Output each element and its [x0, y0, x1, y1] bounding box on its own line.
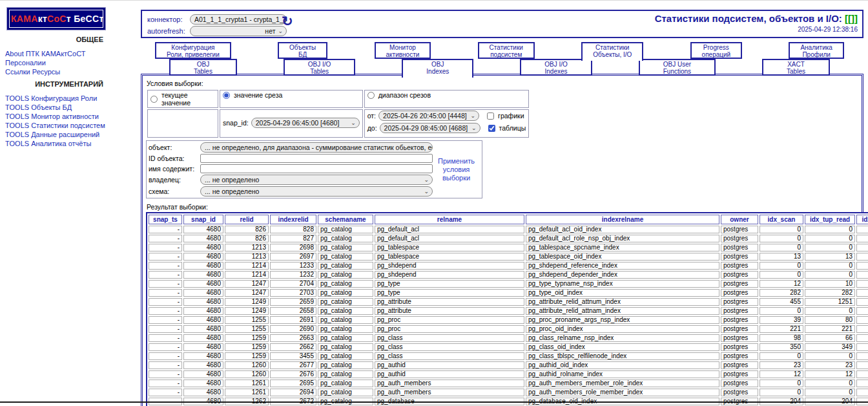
- snap-id-select[interactable]: 2025-04-29 06:45:00 [4680] ⌄: [251, 118, 360, 128]
- page-title-text: Статистики подсистем, объектов и I/O:: [655, 13, 842, 24]
- charts-checkbox-option[interactable]: графики: [487, 112, 524, 120]
- app-logo-text-part: кт: [38, 14, 47, 24]
- column-header-relname: relname: [375, 215, 524, 224]
- object-id-input[interactable]: [200, 154, 433, 163]
- table-cell: pg_tablespace: [375, 253, 524, 261]
- sidebar-link[interactable]: TOOLS Данные расширений: [5, 131, 138, 139]
- range-from-label: от:: [367, 112, 376, 120]
- radio-current-option[interactable]: текущее значение: [150, 91, 215, 107]
- radio-snapshot-option[interactable]: значение среза: [223, 91, 360, 99]
- tables-checkbox-option[interactable]: таблицы: [488, 124, 526, 132]
- table-cell: 2662: [270, 343, 316, 351]
- range-to-select[interactable]: 2025-04-29 08:45:00 [4688] ⌄: [380, 123, 480, 133]
- subtab-obj-i-o-tables[interactable]: OBJ I/OTables: [284, 59, 356, 76]
- radio-snapshot[interactable]: [223, 92, 230, 99]
- sidebar-link[interactable]: TOOLS Статистики подсистем: [5, 122, 138, 130]
- apply-filters-link[interactable]: Применить условия выборки: [433, 157, 480, 182]
- subtab-obj-i-o-indexes[interactable]: OBJ I/OIndexes: [520, 59, 592, 76]
- table-cell: 221: [856, 325, 868, 333]
- tab-progress-операций[interactable]: Progressопераций: [690, 42, 743, 59]
- sidebar-link[interactable]: TOOLS Объекты БД: [5, 103, 138, 112]
- object-select[interactable]: ... не определено, для диапазона - сумми…: [200, 142, 433, 153]
- table-cell: -: [149, 379, 182, 387]
- radio-range-option[interactable]: диапазон срезов: [367, 91, 526, 99]
- tables-checkbox[interactable]: [488, 125, 495, 132]
- table-cell: 1213: [225, 253, 269, 261]
- app-logo: КАМАктСоСт БеССт: [6, 7, 106, 30]
- table-cell: 1259: [225, 352, 269, 360]
- table-cell: postgres: [721, 316, 758, 324]
- subtab-obj-indexes[interactable]: OBJIndexes: [402, 59, 473, 78]
- table-cell: 0: [805, 244, 855, 251]
- subtab-obj-user-functions[interactable]: OBJ UserFunctions: [639, 59, 716, 76]
- tab-монитор-активности[interactable]: Мониторактивности: [375, 42, 431, 59]
- autorefresh-select[interactable]: нет ⌄: [190, 26, 287, 36]
- table-cell: 2659: [270, 298, 316, 306]
- table-cell: 80: [856, 316, 868, 324]
- column-header-indexrelid: indexrelid: [270, 215, 316, 224]
- sidebar-link[interactable]: Ссылки Ресурсы: [5, 68, 138, 76]
- table-cell: pg_catalog: [318, 316, 373, 324]
- table-cell: 1214: [225, 262, 269, 270]
- table-cell: 1247: [225, 289, 269, 297]
- table-cell: postgres: [721, 379, 758, 387]
- table-cell: 4680: [183, 235, 223, 242]
- object-id-label: ID объекта:: [149, 155, 200, 162]
- object-select-value: ... не определено, для диапазона - сумми…: [205, 144, 433, 151]
- table-cell: postgres: [721, 289, 758, 297]
- name-contains-input[interactable]: [200, 164, 433, 173]
- table-cell: 2697: [270, 253, 316, 261]
- table-cell: 0: [760, 379, 803, 387]
- filter-box-snapshots: текущее значение значение среза диапазон…: [146, 89, 530, 139]
- owner-select[interactable]: ... не определено ⌄: [200, 175, 433, 185]
- range-from-select[interactable]: 2025-04-26 20:45:00 [4448] ⌄: [378, 111, 479, 121]
- tab-объекты-бд[interactable]: ОбъектыБД: [278, 42, 327, 59]
- tab-статистики-объекты-i-o[interactable]: СтатистикиОбъекты, I/O: [581, 42, 643, 61]
- column-header-relid: relid: [225, 215, 269, 224]
- connector-select[interactable]: A01_1_1_crypta1 - crypta_1_1 ⌄: [190, 14, 287, 25]
- autorefresh-select-value: нет: [265, 27, 275, 35]
- table-cell: 2658: [270, 307, 316, 315]
- sidebar-link[interactable]: TOOLS Аналитика отчёты: [5, 140, 138, 148]
- table-cell: pg_tablespace_spcname_index: [526, 244, 719, 251]
- sidebar-link[interactable]: Персоналии: [5, 59, 138, 67]
- column-header-owner: owner: [721, 215, 758, 224]
- table-cell: -: [149, 334, 182, 342]
- table-cell: -: [149, 389, 182, 396]
- table-cell: 0: [805, 271, 855, 279]
- table-cell: 0: [805, 389, 855, 396]
- sidebar-link[interactable]: TOOLS Конфигурация Роли: [5, 94, 138, 103]
- table-cell: 0: [856, 379, 868, 387]
- table-cell: -: [149, 289, 182, 297]
- table-cell: 0: [805, 235, 855, 242]
- table-cell: pg_class: [375, 343, 524, 351]
- tab-аналитика-профили[interactable]: АналитикаПрофили: [789, 42, 844, 59]
- table-cell: 0: [805, 352, 855, 360]
- charts-checkbox[interactable]: [487, 112, 494, 120]
- table-cell: 282: [760, 289, 803, 297]
- tab-label: Статистики: [490, 44, 523, 51]
- schema-select[interactable]: ... не определено ⌄: [200, 186, 433, 197]
- table-cell: 2677: [270, 361, 316, 369]
- table-cell: 39: [760, 316, 803, 324]
- table-cell: 826: [225, 235, 269, 242]
- sidebar-heading-tools: ИНСТРУМЕНТАРИЙ: [0, 80, 103, 88]
- radio-current[interactable]: [150, 96, 158, 103]
- table-cell: 1255: [225, 316, 269, 324]
- range-from-select-value: 2025-04-26 20:45:00 [4448]: [383, 112, 467, 120]
- subtab-obj-tables[interactable]: OBJTables: [169, 59, 237, 76]
- tab-конфигурация-роли-привелегии[interactable]: КонфигурацияРоли, привелегии: [155, 42, 231, 59]
- tab-label: Tables: [787, 68, 805, 75]
- table-cell: 4680: [183, 370, 223, 378]
- refresh-icon[interactable]: ↻: [282, 15, 293, 28]
- tab-label: Монитор: [386, 44, 420, 51]
- subtab-xact-tables[interactable]: XACTTables: [762, 59, 830, 76]
- table-cell: 1247: [225, 280, 269, 288]
- table-cell: postgres: [721, 226, 758, 233]
- tab-статистики-подсистем[interactable]: Статистикиподсистем: [478, 42, 535, 59]
- table-cell: 1214: [225, 271, 269, 279]
- sidebar-link[interactable]: About ПТК КАМАктСоСТ: [5, 50, 138, 58]
- radio-range[interactable]: [367, 92, 375, 99]
- sidebar-link[interactable]: TOOLS Монитор активности: [5, 112, 138, 121]
- table-cell: 1249: [225, 307, 269, 315]
